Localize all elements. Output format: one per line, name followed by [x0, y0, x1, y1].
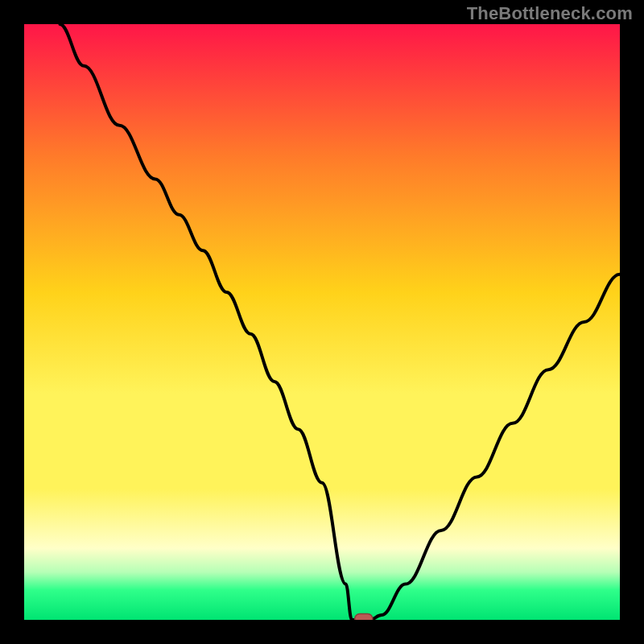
chart-frame: TheBottleneck.com — [0, 0, 644, 644]
bottleneck-chart — [24, 24, 620, 620]
optimal-marker — [355, 614, 373, 621]
gradient-background — [24, 24, 620, 620]
watermark-text: TheBottleneck.com — [467, 3, 633, 24]
